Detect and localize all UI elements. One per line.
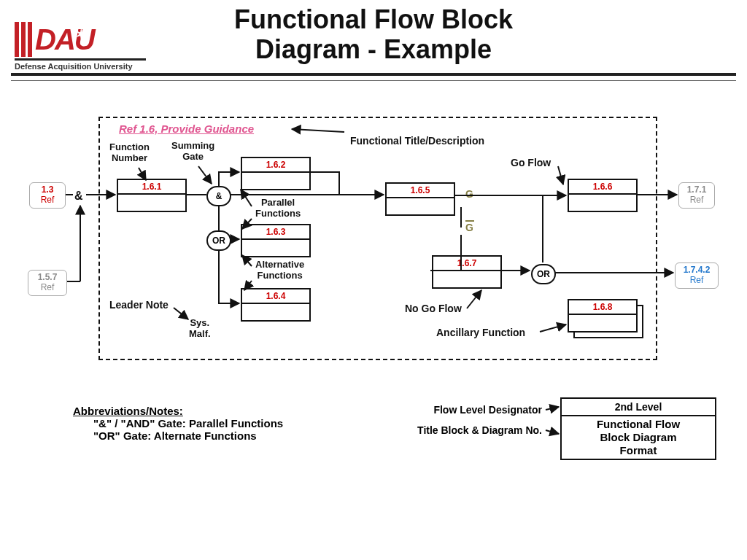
block-1-6-8: 1.6.8 [568,299,638,332]
lbl-summing-gate: Summing Gate [171,140,214,162]
lbl-go-flow: Go Flow [511,157,551,168]
lbl-leader-note: Leader Note [109,299,169,311]
dau-logo: DAU ✶ Defense Acquisition University [15,22,146,71]
notes-block: Abbreviations/Notes: "&" / "AND" Gate: P… [73,405,283,442]
notes-heading: Abbreviations/Notes: [73,405,283,417]
notes-line-1: "&" / "AND" Gate: Parallel Functions [93,417,283,429]
gate-or-1: OR [206,230,231,251]
block-1-6-7: 1.6.7 [432,255,502,289]
lbl-functional-title: Functional Title/Description [350,135,484,147]
ref-1-5-7: 1.5.7Ref [28,270,67,296]
lbl-ancillary: Ancillary Function [436,327,525,338]
title-block-format: Functional Flow Block Diagram Format [562,416,715,457]
lbl-alternative: Alternative Functions [255,259,304,281]
lbl-sys-malf: Sys. Malf. [189,317,211,339]
block-1-6-4: 1.6.4 [241,288,311,322]
logo-subtitle: Defense Acquisition University [15,62,146,71]
ref-1-3: 1.3Ref [29,182,66,209]
svg-line-26 [546,430,559,434]
lbl-function-number: Function Number [109,141,150,163]
and-join-text: & [74,190,83,203]
gate-and: & [206,186,231,206]
lbl-title-block: Title Block & Diagram No. [396,424,542,436]
notes-line-2: "OR" Gate: Alternate Functions [93,429,283,442]
rule-thick [11,73,736,76]
block-1-6-1: 1.6.1 [117,179,187,212]
lbl-no-go: No Go Flow [405,303,462,314]
ref-1-7-4-2: 1.7.4.2Ref [675,262,719,289]
block-1-6-5: 1.6.5 [385,182,455,216]
block-1-6-3: 1.6.3 [241,224,311,257]
rule-thin [11,80,736,81]
functional-title-link: Ref 1.6, Provide Guidance [119,122,254,135]
title-block: 2nd Level Functional Flow Block Diagram … [560,397,716,460]
svg-line-25 [546,407,559,410]
lbl-parallel: Parallel Functions [255,197,301,219]
g-bar-label: G [465,222,473,233]
ref-1-7-1: 1.7.1Ref [678,182,715,209]
block-1-6-2: 1.6.2 [241,157,311,190]
g-label: G [465,188,473,200]
lbl-flow-level: Flow Level Designator [396,404,542,416]
gate-or-2: OR [531,264,556,284]
block-1-6-6: 1.6.6 [568,179,638,212]
title-block-level: 2nd Level [562,399,715,416]
